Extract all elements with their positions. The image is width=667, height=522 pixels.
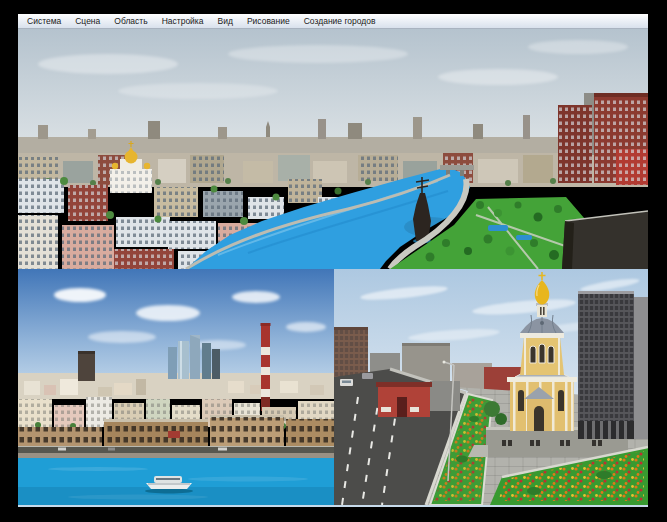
striped-chimney <box>261 323 271 411</box>
menu-item-region[interactable]: Область <box>107 15 154 28</box>
menu-bar: Система Сцена Область Настройка Вид Рисо… <box>18 14 648 29</box>
small-dome <box>112 163 118 169</box>
gray-high-rise <box>578 291 648 439</box>
application-frame: Система Сцена Область Настройка Вид Рисо… <box>0 0 667 522</box>
red-brick-buildings <box>558 93 648 185</box>
viewport-bottom-right-church[interactable] <box>334 269 648 505</box>
embankment-road <box>18 447 334 459</box>
menu-item-drawing[interactable]: Рисование <box>240 15 297 28</box>
menu-item-system[interactable]: Система <box>20 15 68 28</box>
bottom-viewports-row <box>18 269 648 507</box>
menu-item-city-creation[interactable]: Создание городов <box>297 15 383 28</box>
menu-item-settings[interactable]: Настройка <box>155 15 211 28</box>
menu-item-scene[interactable]: Сцена <box>68 15 107 28</box>
menu-item-view[interactable]: Вид <box>211 15 240 28</box>
small-dome <box>144 163 150 169</box>
church-body <box>507 377 577 431</box>
top-sky <box>18 29 648 155</box>
dark-roof-building <box>562 211 648 269</box>
dark-office-tower <box>78 351 95 381</box>
lantern <box>537 305 547 317</box>
entrance-arch <box>534 406 544 431</box>
app-window: Система Сцена Область Настройка Вид Рисо… <box>18 14 648 507</box>
red-signage <box>168 431 180 438</box>
viewport-top-city-panorama[interactable] <box>18 29 648 269</box>
park-pond <box>516 235 532 240</box>
viewport-bottom-left-riverfront[interactable] <box>18 269 334 505</box>
park-pond <box>488 225 508 231</box>
